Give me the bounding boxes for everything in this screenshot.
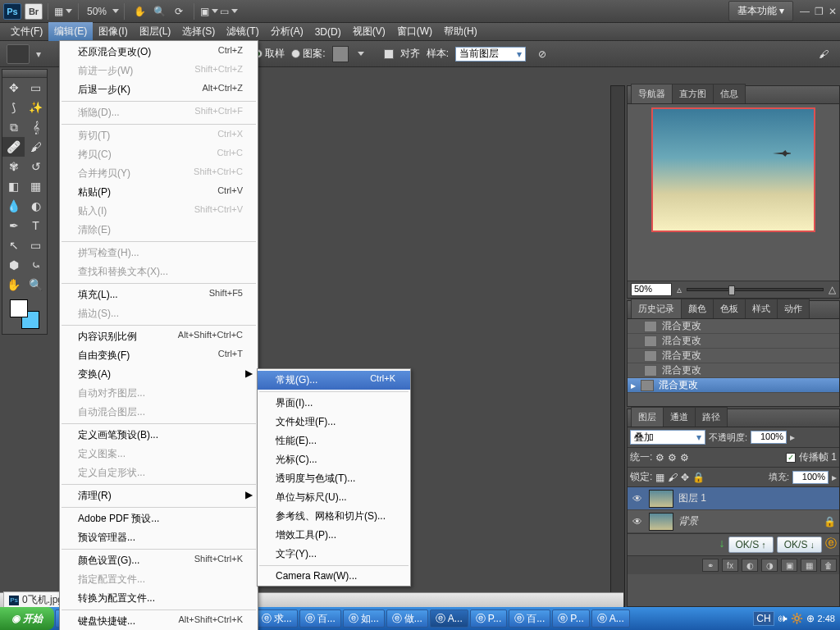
menu-image[interactable]: 图像(I) bbox=[93, 22, 133, 41]
zoom-value[interactable]: 50% bbox=[87, 6, 107, 17]
tab-history[interactable]: 历史记录 bbox=[631, 299, 682, 318]
menu-analysis[interactable]: 分析(A) bbox=[265, 22, 309, 41]
navigator-zoom-input[interactable]: 50% bbox=[631, 283, 672, 296]
lock-trans-icon[interactable]: ▦ bbox=[655, 472, 664, 483]
submenu-item[interactable]: 增效工具(P)... bbox=[258, 526, 410, 545]
clock[interactable]: 2:48 bbox=[818, 614, 835, 623]
zoom-icon[interactable]: 🔍 bbox=[149, 2, 169, 21]
hand-icon[interactable]: ✋ bbox=[130, 2, 149, 21]
menu-item[interactable]: 清理(R)▶ bbox=[60, 486, 258, 505]
unify-icon[interactable]: ⚙ bbox=[655, 452, 664, 463]
crop-tool-icon[interactable]: ⧉ bbox=[2, 117, 25, 137]
toolbox-grip[interactable] bbox=[2, 70, 47, 78]
sample-select[interactable]: 当前图层▾ bbox=[455, 47, 526, 62]
taskbar-item[interactable]: ⓔA... bbox=[591, 609, 630, 628]
move-tool-icon[interactable]: ✥ bbox=[2, 78, 25, 98]
brush-panel-icon[interactable]: 🖌 bbox=[814, 45, 833, 63]
shape-tool-icon[interactable]: ▭ bbox=[25, 235, 47, 255]
menu-item[interactable]: 键盘快捷键...Alt+Shift+Ctrl+K bbox=[60, 612, 258, 630]
lock-move-icon[interactable]: ✥ bbox=[681, 472, 689, 483]
trash-icon[interactable]: 🗑 bbox=[820, 559, 837, 572]
submenu-item[interactable]: 光标(C)... bbox=[258, 450, 410, 469]
tab-layers[interactable]: 图层 bbox=[631, 407, 664, 427]
current-tool-icon[interactable] bbox=[7, 44, 30, 64]
tab-histogram[interactable]: 直方图 bbox=[672, 84, 714, 103]
taskbar-item[interactable]: ⓔP... bbox=[470, 609, 507, 628]
unify-icon3[interactable]: ⚙ bbox=[680, 452, 689, 463]
layer-row[interactable]: 👁背景🔒 bbox=[628, 510, 839, 533]
color-swatches[interactable] bbox=[10, 299, 39, 329]
menu-item[interactable]: 填充(L)...Shift+F5 bbox=[60, 285, 258, 304]
tray-icon[interactable]: ⊕ bbox=[806, 613, 815, 624]
submenu-item[interactable]: 文件处理(F)... bbox=[258, 413, 410, 431]
tab-color[interactable]: 颜色 bbox=[681, 299, 714, 318]
eyedropper-tool-icon[interactable]: 𝄞 bbox=[25, 117, 47, 137]
submenu-item[interactable]: 参考线、网格和切片(S)... bbox=[258, 507, 410, 526]
menu-item[interactable]: 预设管理器... bbox=[60, 528, 258, 547]
submenu-item[interactable]: 界面(I)... bbox=[258, 394, 410, 413]
group-icon[interactable]: ▣ bbox=[781, 559, 797, 572]
menu-item[interactable]: 转换为配置文件... bbox=[60, 589, 258, 608]
zoom-tool-icon[interactable]: 🔍 bbox=[25, 275, 47, 294]
menu-item[interactable]: 变换(A)▶ bbox=[60, 365, 258, 384]
rotate-icon[interactable]: ⟳ bbox=[169, 2, 189, 21]
menu-help[interactable]: 帮助(H) bbox=[438, 22, 483, 41]
history-brush-tool-icon[interactable]: ↺ bbox=[25, 157, 47, 176]
menu-edit[interactable]: 编辑(E) bbox=[48, 22, 93, 41]
mask-icon[interactable]: ◐ bbox=[742, 559, 758, 572]
unify-icon2[interactable]: ⚙ bbox=[668, 452, 677, 463]
history-item[interactable]: ▸混合更改 bbox=[628, 378, 839, 393]
close-icon[interactable]: ✕ bbox=[829, 6, 837, 17]
workspace-switcher[interactable]: 基本功能 ▾ bbox=[728, 1, 793, 21]
blur-tool-icon[interactable]: 💧 bbox=[2, 196, 25, 216]
options-extra-icon[interactable]: ⊘ bbox=[532, 45, 552, 63]
submenu-item[interactable]: 单位与标尺(U)... bbox=[258, 488, 410, 507]
menu-item[interactable]: 定义画笔预设(B)... bbox=[60, 426, 258, 445]
taskbar-item[interactable]: ⓔ求... bbox=[256, 609, 298, 628]
dodge-tool-icon[interactable]: ◐ bbox=[25, 196, 47, 216]
taskbar-item[interactable]: ⓔP... bbox=[552, 609, 589, 628]
arrange-icon[interactable]: ▣ bbox=[199, 2, 219, 21]
gradient-tool-icon[interactable]: ▦ bbox=[25, 176, 47, 196]
menu-select[interactable]: 选择(S) bbox=[176, 22, 221, 41]
menu-item[interactable]: 粘贴(P)Ctrl+V bbox=[60, 183, 258, 202]
screen-mode-icon[interactable]: ▭ bbox=[219, 2, 239, 21]
lasso-tool-icon[interactable]: ⟆ bbox=[2, 98, 25, 117]
history-item[interactable]: 混合更改 bbox=[628, 363, 839, 378]
3d-camera-tool-icon[interactable]: ⤿ bbox=[25, 255, 47, 275]
fx-icon[interactable]: fx bbox=[722, 559, 738, 572]
ok-button-1[interactable]: OK/S ↑ bbox=[728, 536, 774, 553]
taskbar-item[interactable]: ⓔ百... bbox=[509, 609, 550, 628]
taskbar-item[interactable]: ⓔ做... bbox=[386, 609, 428, 628]
tab-navigator[interactable]: 导航器 bbox=[631, 84, 673, 103]
start-button[interactable]: ◉ 开始 bbox=[0, 607, 54, 630]
tab-swatches[interactable]: 色板 bbox=[713, 299, 746, 318]
path-select-tool-icon[interactable]: ↖ bbox=[2, 235, 25, 255]
pen-tool-icon[interactable]: ✒ bbox=[2, 216, 25, 235]
zoom-out-icon[interactable]: ▵ bbox=[677, 284, 682, 295]
menu-item[interactable]: 内容识别比例Alt+Shift+Ctrl+C bbox=[60, 327, 258, 346]
menu-item[interactable]: 后退一步(K)Alt+Ctrl+Z bbox=[60, 80, 258, 99]
visibility-icon[interactable]: 👁 bbox=[631, 492, 644, 505]
lock-all-icon[interactable]: 🔒 bbox=[692, 472, 705, 483]
opacity-input[interactable]: 100% bbox=[751, 431, 787, 444]
wand-tool-icon[interactable]: ✨ bbox=[25, 98, 47, 117]
navigator-thumbnail[interactable] bbox=[651, 107, 815, 232]
film-icon[interactable]: ▦ bbox=[53, 2, 73, 21]
blend-mode-select[interactable]: 叠加▾ bbox=[630, 430, 705, 445]
taskbar-item[interactable]: ⓔA... bbox=[430, 609, 468, 628]
submenu-item[interactable]: 性能(E)... bbox=[258, 431, 410, 450]
menu-3d[interactable]: 3D(D) bbox=[309, 24, 347, 40]
align-checkbox[interactable] bbox=[384, 49, 394, 59]
menu-item[interactable]: 还原混合更改(O)Ctrl+Z bbox=[60, 43, 258, 62]
down-arrow-icon[interactable]: ↓ bbox=[719, 536, 725, 553]
lock-paint-icon[interactable]: 🖌 bbox=[668, 472, 678, 483]
history-item[interactable]: 混合更改 bbox=[628, 319, 839, 334]
panel-collapse-bar[interactable] bbox=[610, 85, 625, 607]
pattern-swatch[interactable] bbox=[332, 46, 349, 62]
menu-item[interactable]: 自由变换(F)Ctrl+T bbox=[60, 346, 258, 365]
eraser-tool-icon[interactable]: ◧ bbox=[2, 176, 25, 196]
ie-tray-icon[interactable]: ⓔ bbox=[825, 536, 837, 553]
lang-indicator[interactable]: CH bbox=[753, 611, 774, 626]
layer-row[interactable]: 👁图层 1 bbox=[628, 487, 839, 510]
